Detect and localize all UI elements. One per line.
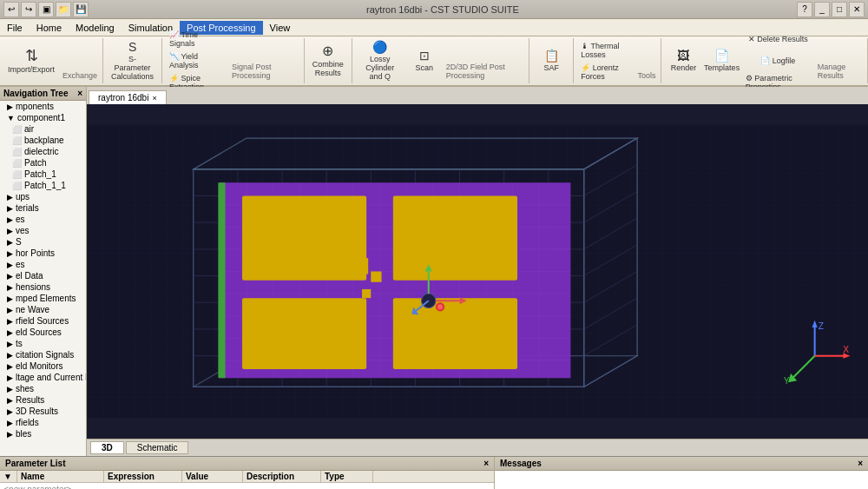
nav-item-voltage-current[interactable]: ▶ltage and Current Monit.: [0, 372, 86, 383]
saf-button[interactable]: 📋 SAF: [533, 39, 569, 83]
nav-item-ports[interactable]: ▶ts: [0, 338, 86, 349]
viewport-tab-model[interactable]: raytron 16dbi ×: [89, 90, 167, 104]
nav-item-components[interactable]: ▶mponents: [0, 101, 86, 112]
viewport-bottom-tabs: 3D Schematic: [87, 439, 868, 456]
param-col-val: Value: [182, 471, 243, 482]
maximize-button[interactable]: □: [832, 2, 847, 17]
help-button[interactable]: ?: [797, 2, 812, 17]
nav-item-dimensions[interactable]: ▶hensions: [0, 281, 86, 293]
nav-item-results[interactable]: ▶Results: [0, 394, 86, 406]
nav-item-anchor[interactable]: ▶hor Points: [0, 248, 86, 259]
toolbar-section-saf: 📋 SAF: [529, 38, 574, 83]
nav-item-3d-results[interactable]: ▶3D Results: [0, 406, 86, 417]
nav-tree-header: Navigation Tree ×: [0, 87, 86, 101]
nav-item-curves1[interactable]: ▶es: [0, 214, 86, 225]
nav-item-excitation[interactable]: ▶citation Signals: [0, 349, 86, 360]
svg-rect-60: [358, 258, 368, 274]
nav-tree-close[interactable]: ×: [77, 89, 82, 98]
save-button[interactable]: 💾: [73, 2, 89, 17]
scan-icon: ⊡: [419, 50, 430, 62]
nav-item-patch1-1[interactable]: ⬜Patch_1_1: [0, 180, 86, 191]
menu-bar: File Home Modeling Simulation Post Proce…: [0, 19, 868, 36]
param-col-name: Name: [17, 471, 104, 482]
parameter-list-panel: Parameter List × ▼ Name Expression Value…: [0, 457, 495, 489]
param-list-close[interactable]: ×: [483, 459, 489, 468]
templates-icon: 📄: [714, 50, 729, 62]
nav-item-backplane[interactable]: ⬜backplane: [0, 135, 86, 146]
main-area: Navigation Tree × ▶mponents ▼component1 …: [0, 87, 868, 456]
messages-header: Messages ×: [495, 457, 868, 471]
app-title: raytron 16dbi - CST STUDIO SUITE: [90, 4, 795, 15]
lossy-cylinder-button[interactable]: 🔵 Lossy Cylinderand Q: [356, 39, 404, 83]
nav-item-dielectric[interactable]: ⬜dielectric: [0, 146, 86, 157]
nav-item-farfields[interactable]: ▶rfields: [0, 417, 86, 428]
nav-item-patch1[interactable]: ⬜Patch_1: [0, 169, 86, 180]
new-button[interactable]: ▣: [38, 2, 54, 17]
logfile-button[interactable]: 📄 Logfile: [742, 50, 814, 71]
nav-item-model-data[interactable]: ▶el Data: [0, 270, 86, 281]
nav-item-meshes[interactable]: ▶shes: [0, 383, 86, 394]
toolbar-section-combine: ⊕ CombineResults: [305, 38, 352, 83]
navigation-tree: Navigation Tree × ▶mponents ▼component1 …: [0, 87, 87, 456]
svg-text:Y: Y: [784, 376, 790, 386]
toolbar-section-results: 🖼 Render 📄 Templates ✕ Delete Results 📄 …: [661, 38, 868, 83]
param-filter-icon[interactable]: ▼: [0, 471, 17, 482]
nav-item-tables[interactable]: ▶bles: [0, 428, 86, 439]
undo-button[interactable]: ↩: [3, 2, 19, 17]
nav-item-plane-wave[interactable]: ▶ne Wave: [0, 304, 86, 315]
svg-rect-62: [362, 289, 371, 298]
nav-item-air[interactable]: ⬜air: [0, 123, 86, 135]
templates-button[interactable]: 📄 Templates: [703, 39, 740, 83]
svg-rect-55: [218, 182, 225, 378]
messages-title: Messages: [500, 459, 542, 468]
toolbar-section-thermal: 🌡 Thermal Losses ⚡ Lorentz Forces Tools: [574, 38, 661, 83]
toolbar-section-calculations: S S-ParameterCalculations: [103, 38, 162, 83]
messages-panel: Messages × Messages Progress: [495, 457, 868, 489]
nav-item-materials[interactable]: ▶terials: [0, 202, 86, 214]
nav-item-farfield-src[interactable]: ▶rfield Sources: [0, 315, 86, 327]
combine-icon: ⊕: [322, 44, 333, 58]
menu-home[interactable]: Home: [30, 21, 69, 35]
menu-file[interactable]: File: [0, 21, 30, 35]
import-export-button[interactable]: ⇅ Import/Export: [3, 39, 59, 83]
minimize-button[interactable]: _: [814, 2, 830, 17]
param-list-header: Parameter List ×: [0, 457, 494, 471]
sparameter-icon: S: [128, 41, 136, 53]
menu-modeling[interactable]: Modeling: [69, 21, 122, 35]
combine-results-button[interactable]: ⊕ CombineResults: [308, 39, 348, 83]
signal-postprocessing-label: Signal Post Processing: [230, 61, 300, 82]
nav-item-cs[interactable]: ▶S: [0, 236, 86, 248]
nav-item-curves2[interactable]: ▶ves: [0, 225, 86, 236]
delete-results-button[interactable]: ✕ Delete Results: [742, 29, 814, 50]
nav-item-lumped[interactable]: ▶mped Elements: [0, 293, 86, 304]
nav-item-groups[interactable]: ▶ups: [0, 191, 86, 202]
sparameter-button[interactable]: S S-ParameterCalculations: [107, 39, 158, 83]
3d-scene: Z X Y: [87, 104, 868, 439]
viewport-tabs: raytron 16dbi ×: [87, 87, 868, 104]
render-button[interactable]: 🖼 Render: [665, 39, 701, 83]
viewport-canvas[interactable]: Z X Y: [87, 104, 868, 439]
menu-view[interactable]: View: [263, 21, 298, 35]
nav-item-patch[interactable]: ⬜Patch: [0, 157, 86, 169]
lorentz-forces-button[interactable]: ⚡ Lorentz Forces: [577, 62, 634, 83]
quick-access-toolbar: ↩ ↪ ▣ 📁 💾 raytron 16dbi - CST STUDIO SUI…: [0, 0, 868, 19]
yield-analysis-button[interactable]: 📉 Yield Analysis: [166, 50, 228, 71]
param-table-header: ▼ Name Expression Value Description Type: [0, 471, 494, 483]
viewport-tab-close[interactable]: ×: [152, 94, 156, 102]
open-button[interactable]: 📁: [56, 2, 71, 17]
thermal-losses-button[interactable]: 🌡 Thermal Losses: [577, 40, 634, 61]
messages-close[interactable]: ×: [858, 459, 863, 468]
scan-button[interactable]: ⊡ Scan: [406, 39, 443, 83]
tab-schematic[interactable]: Schematic: [126, 441, 189, 454]
param-list-title: Parameter List: [5, 459, 65, 468]
nav-item-component1[interactable]: ▼component1: [0, 112, 86, 123]
close-button[interactable]: ✕: [849, 2, 865, 17]
nav-item-field-src[interactable]: ▶eld Sources: [0, 327, 86, 338]
nav-item-wires[interactable]: ▶es: [0, 259, 86, 270]
param-new-row[interactable]: <new parameter>: [0, 483, 494, 489]
time-signals-button[interactable]: 📈 Time Signals: [166, 29, 228, 50]
redo-button[interactable]: ↪: [21, 2, 36, 17]
svg-rect-56: [242, 196, 366, 281]
nav-item-field-mon[interactable]: ▶eld Monitors: [0, 360, 86, 372]
tab-3d[interactable]: 3D: [90, 441, 124, 454]
